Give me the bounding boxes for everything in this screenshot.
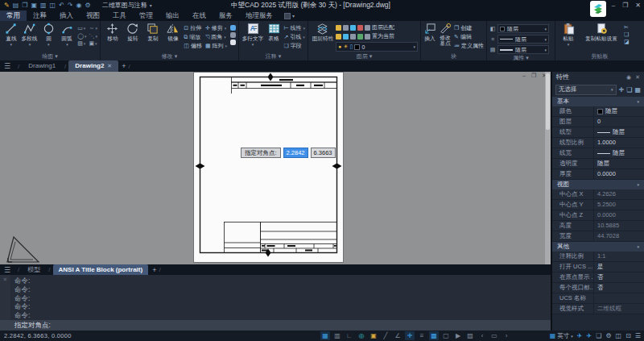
layout-tab-ansi-a[interactable]: ANSI A Title Block (portrait) xyxy=(53,264,149,275)
ribbon-tab-home[interactable]: 常用 xyxy=(0,10,27,21)
line-button[interactable]: 直线 ▾ xyxy=(2,23,19,46)
select-objects-icon[interactable]: ❏ xyxy=(626,86,632,94)
linear-dim-button[interactable]: ⊢线性▾ xyxy=(283,24,305,32)
linetype-select[interactable]: 随层 ▾ xyxy=(497,35,549,44)
section-view[interactable]: 视图 ▾ xyxy=(552,180,644,189)
point-tool[interactable]: ⋱▾ xyxy=(89,33,97,40)
close-tab-icon[interactable]: ✕ xyxy=(107,63,112,69)
trim-button[interactable]: ✛修剪▾ xyxy=(205,24,227,32)
layout-tab-model[interactable]: 模型 xyxy=(22,264,46,275)
move-button[interactable]: 移动 xyxy=(103,23,122,43)
group-label-annotate[interactable]: 注释 ▾ xyxy=(239,52,308,60)
doc-tab-menu-icon[interactable]: ☰ xyxy=(4,62,10,70)
edit-base-button[interactable]: 修改基点 xyxy=(438,23,452,46)
command-prompt[interactable]: 指定对角点: xyxy=(0,320,551,331)
lineweight-select[interactable]: 随层 ▾ xyxy=(497,45,549,54)
mtext-button[interactable]: A 多行文字 ▾ xyxy=(242,23,264,46)
field-button[interactable]: ❏字段 xyxy=(283,42,305,50)
layer-set-current-button[interactable]: 置为当前 xyxy=(372,32,394,40)
insert-block-button[interactable]: 插入 xyxy=(423,23,436,43)
new-doc-tab-button[interactable]: + xyxy=(122,62,126,70)
match-properties-button[interactable]: ◪ xyxy=(624,39,630,45)
selection-dropdown[interactable]: 无选择 ▾ xyxy=(555,85,617,95)
close-button[interactable]: ✕ xyxy=(635,0,641,10)
paste-settings-button[interactable]: 复制粘贴设置 xyxy=(580,23,622,43)
spline-tool[interactable]: ～▾ xyxy=(89,24,97,32)
autoscale-toggle[interactable]: ▨ xyxy=(465,331,475,340)
array-button[interactable]: ▦阵列▾ xyxy=(205,42,227,50)
paper-sheet[interactable] xyxy=(193,72,344,263)
group-label-clipboard[interactable]: 剪贴板 xyxy=(555,52,644,60)
fillet-button[interactable]: ◹圆角▾ xyxy=(205,33,227,41)
arc-button[interactable]: 圆弧 ▾ xyxy=(59,23,76,46)
layer-on-icon[interactable] xyxy=(336,25,341,31)
save-as-icon[interactable]: ▥ xyxy=(40,0,47,10)
cloud-icon[interactable]: ◉ xyxy=(76,0,82,10)
scale-button[interactable]: ⧉缩放 xyxy=(184,33,202,41)
leader-button[interactable]: ↗引线▾ xyxy=(283,33,305,41)
ribbon-tab-manage[interactable]: 管理 xyxy=(133,10,159,21)
cut-button[interactable]: ✂ xyxy=(624,24,630,31)
ribbon-tab-tools[interactable]: 工具 xyxy=(106,10,133,21)
erase-tool-icon[interactable] xyxy=(230,25,236,31)
command-window[interactable]: ✕ 命令: 命令: 命令: 命令: 命令: xyxy=(0,275,551,320)
minimize-button[interactable]: – xyxy=(612,0,615,10)
rotate-button[interactable]: 旋转 xyxy=(123,23,142,43)
vertical-scrollbar[interactable] xyxy=(545,72,551,264)
group-label-modify[interactable]: 修改 ▾ xyxy=(101,52,238,60)
hatch-tool[interactable]: ▨▾ xyxy=(77,40,86,47)
ortho-toggle[interactable]: ∟ xyxy=(345,331,354,340)
dynamic-input-x-field[interactable]: 2.2842 xyxy=(283,148,308,158)
ribbon-tab-output[interactable]: 输出 xyxy=(159,10,186,21)
layer-properties-button[interactable]: 图层特性 xyxy=(311,23,334,43)
layer-walk-icon[interactable] xyxy=(350,34,356,40)
group-label-draw[interactable]: 绘图 ▾ xyxy=(0,52,100,60)
dynamic-input-y-field[interactable]: 6.3663 xyxy=(311,148,336,158)
ribbon-tab-geo[interactable]: 地理服务 xyxy=(239,10,279,21)
ellipse-tool[interactable]: ◯▾ xyxy=(77,33,86,40)
group-label-block[interactable]: 块 xyxy=(421,52,486,60)
open-file-icon[interactable]: ❐ xyxy=(22,0,27,10)
quick-properties-icon[interactable]: ❏ xyxy=(596,332,601,339)
layer-thaw-icon[interactable] xyxy=(336,34,341,40)
plot-preview-icon[interactable]: ◫ xyxy=(50,0,56,10)
join-tool-icon[interactable] xyxy=(230,32,236,38)
new-file-icon[interactable]: ▤ xyxy=(13,0,19,10)
color-select[interactable]: 随层 ▾ xyxy=(497,24,549,33)
rectangle-tool[interactable]: ▭▾ xyxy=(77,24,86,32)
prev-scale-button[interactable]: ‹ xyxy=(477,331,487,340)
annotation-plane-icon[interactable]: ✈ xyxy=(577,332,583,339)
mirror-button[interactable]: 镜像 xyxy=(163,23,182,43)
transparency-toggle[interactable]: ▩ xyxy=(429,331,439,340)
ribbon-tab-services[interactable]: 服务 xyxy=(213,10,239,21)
explode-tool-icon[interactable] xyxy=(230,40,236,45)
save-icon[interactable]: ▣ xyxy=(31,0,37,10)
app-menu-icon[interactable]: ✎ xyxy=(4,0,10,10)
doc-tab-drawing2[interactable]: Drawing2✕ xyxy=(68,60,118,72)
maximize-button[interactable]: ❐ xyxy=(622,0,628,10)
ribbon-tab-online[interactable]: 在线 xyxy=(186,10,213,21)
redo-icon[interactable]: ↷ xyxy=(68,0,73,10)
section-other[interactable]: 其他 ▾ xyxy=(552,242,644,252)
polyline-button[interactable]: 多段线 ▾ xyxy=(21,23,38,46)
edit-block-button[interactable]: ✎编辑 xyxy=(454,33,484,41)
polar-toggle[interactable]: ◎ xyxy=(357,331,366,340)
new-layout-button[interactable]: + xyxy=(152,266,156,274)
annotation-visibility-toggle[interactable]: ▶ xyxy=(453,331,463,340)
region-tool[interactable]: ▣▾ xyxy=(89,40,97,47)
display-icon[interactable]: ◫ xyxy=(616,332,622,339)
annotation-scale-button[interactable]: ▭ xyxy=(489,331,499,340)
undo-icon[interactable]: ↶ xyxy=(59,0,64,10)
doc-tab-drawing1[interactable]: Drawing1 xyxy=(22,60,62,72)
drawing-canvas[interactable]: 指定对角点: 2.2842 6.3663 – ❐ ✕ xyxy=(0,72,551,264)
paste-button[interactable]: 粘贴 ▾ xyxy=(558,23,579,46)
pickadd-toggle-icon[interactable]: ✛ xyxy=(619,86,625,94)
selection-cycling-toggle[interactable]: ▢ xyxy=(441,331,451,340)
osnap-toggle[interactable]: ▣ xyxy=(369,331,378,340)
snap-toggle[interactable]: ▥ xyxy=(332,331,342,340)
layer-combo[interactable]: ● ☀ ▯ 0 ▾ xyxy=(336,42,418,52)
layout-tab-menu-icon[interactable]: ☰ xyxy=(4,266,10,274)
copy-clip-button[interactable]: ❏ xyxy=(624,31,630,38)
layer-lock-icon[interactable] xyxy=(350,25,356,31)
settings-gear-icon[interactable]: ⚙ xyxy=(605,332,611,339)
